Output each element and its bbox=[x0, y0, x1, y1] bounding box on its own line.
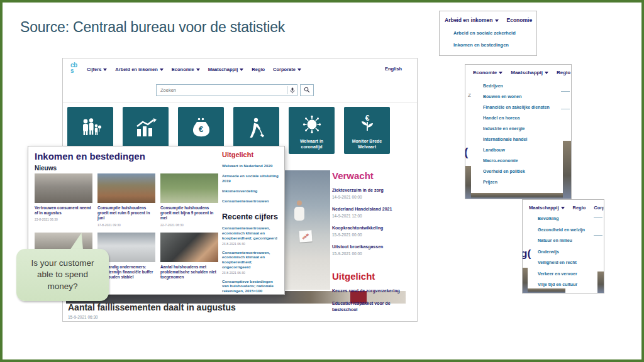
verwacht-link[interactable]: Ziekteverzuim in de zorg bbox=[332, 187, 411, 193]
shopping-bag: H&M bbox=[299, 230, 312, 242]
euro-plant-icon: € bbox=[357, 107, 378, 138]
background-fragment-text: Z bbox=[468, 92, 471, 98]
menu-trigger-regio[interactable]: Regio bbox=[573, 205, 586, 211]
uitgelicht-link[interactable]: Welvaart in Nederland 2020 bbox=[222, 163, 280, 168]
background-photo-fragment bbox=[471, 193, 563, 199]
tile-monitor-brede-welvaart[interactable]: € Monitor Brede Welvaart bbox=[344, 107, 390, 154]
slide: Source: Centraal bureau voor de statisti… bbox=[0, 0, 644, 362]
menu-item-inkomen-en-bestedingen[interactable]: Inkomen en bestedingen bbox=[453, 42, 509, 48]
nav-item-cijfers[interactable]: Cijfers bbox=[87, 67, 107, 72]
menu-item-bevolking[interactable]: Bevolking bbox=[538, 216, 558, 221]
cbs-logo[interactable]: cb s bbox=[70, 62, 77, 74]
chevron-down-icon bbox=[495, 19, 499, 22]
menu-trigger-corporate[interactable]: Corporate bbox=[594, 205, 604, 211]
news-headline: Aantal faillissementen daalt in augustus… bbox=[68, 302, 236, 319]
menu-item-vrije-tijd-en-cultuur[interactable]: Vrije tijd en cultuur bbox=[538, 282, 577, 287]
headline-title[interactable]: Aantal faillissementen daalt in augustus bbox=[68, 302, 236, 312]
background-photo-fragment bbox=[465, 166, 471, 199]
background-photo-fragment bbox=[597, 272, 604, 293]
news-card[interactable]: Vertrouwen consument neemt af in augustu… bbox=[35, 173, 92, 227]
microphone-icon[interactable] bbox=[287, 86, 297, 94]
menu-item-bedrijven[interactable]: Bedrijven bbox=[483, 84, 503, 88]
svg-text:€: € bbox=[365, 114, 369, 123]
main-nav: Cijfers Arbeid en inkomen Economie Maats… bbox=[87, 58, 301, 80]
family-icon bbox=[78, 107, 103, 145]
menu-item-verkeer-en-vervoer[interactable]: Verkeer en vervoer bbox=[538, 272, 577, 276]
news-photo bbox=[160, 233, 218, 262]
uitgelicht-link[interactable]: Consumentenvertrouwen bbox=[222, 199, 280, 204]
verwacht-link[interactable]: Nederland Handelsland 2021 bbox=[332, 206, 411, 212]
list-item: Nederland Handelsland 2021 14-9-2021 12:… bbox=[332, 206, 411, 218]
news-card[interactable]: Consumptie huishoudens groeit met bijna … bbox=[160, 173, 218, 227]
menu-trigger-regio[interactable]: Regio bbox=[557, 70, 570, 75]
menu-item-arbeid-en-sociale-zekerheid[interactable]: Arbeid en sociale zekerheid bbox=[453, 30, 516, 36]
search-button[interactable] bbox=[300, 84, 314, 96]
list-item: Koopkrachtontwikkeling 15-9-2021 00:00 bbox=[332, 225, 411, 237]
chevron-down-icon bbox=[297, 69, 301, 71]
hero-photo-fragment: H&M bbox=[284, 170, 330, 290]
recente-cijfers-heading: Recente cijfers bbox=[222, 212, 280, 221]
menu-item-onderwijs[interactable]: Onderwijs bbox=[538, 250, 559, 254]
menu-trigger-economie[interactable]: Economie bbox=[507, 17, 533, 23]
recente-item: Consumentenvertrouwen, economisch klimaa… bbox=[222, 226, 280, 245]
recente-item: Consumptieve bestedingen van huishoudens… bbox=[222, 279, 280, 295]
menu-trigger-economie[interactable]: Economie bbox=[473, 70, 502, 75]
background-fragment-glyph: g( bbox=[522, 248, 531, 260]
language-switch-english[interactable]: English bbox=[385, 66, 402, 72]
menu-item-macro-economie[interactable]: Macro-economie bbox=[483, 158, 518, 163]
menu-item-bouwen-en-wonen[interactable]: Bouwen en wonen bbox=[483, 94, 521, 99]
verwacht-heading: Verwacht bbox=[332, 170, 411, 181]
menu-item-financiele-en-zakelijke-diensten[interactable]: Financiële en zakelijke diensten bbox=[483, 105, 550, 109]
verwacht-link[interactable]: Koopkrachtontwikkeling bbox=[332, 225, 411, 231]
dropdown-header: Arbeid en inkomen Economie bbox=[445, 17, 532, 23]
news-photo bbox=[35, 173, 92, 203]
menu-trigger-maatschappij[interactable]: Maatschappij bbox=[529, 205, 565, 211]
virus-icon bbox=[299, 107, 325, 138]
dropdown-arbeid-en-inkomen: Arbeid en inkomen Economie Arbeid en soc… bbox=[439, 11, 537, 56]
chevron-down-icon bbox=[545, 72, 548, 74]
menu-item-prijzen[interactable]: Prijzen bbox=[483, 180, 497, 184]
chevron-down-icon bbox=[160, 69, 164, 71]
menu-item-veiligheid-en-recht[interactable]: Veiligheid en recht bbox=[538, 260, 577, 265]
nieuws-heading: Nieuws bbox=[35, 165, 57, 172]
menu-trigger-arbeid[interactable]: Arbeid en inkomen bbox=[445, 17, 499, 23]
menu-item-natuur-en-milieu[interactable]: Natuur en milieu bbox=[538, 238, 572, 243]
recente-item: Consumentenvertrouwen, economisch klimaa… bbox=[222, 250, 280, 275]
svg-text:€: € bbox=[198, 124, 203, 134]
menu-item-gezondheid-en-welzijn[interactable]: Gezondheid en welzijn bbox=[538, 228, 585, 232]
speech-bubble: Is your customer able to spend money? bbox=[16, 249, 109, 301]
background-photo-fragment bbox=[528, 288, 565, 293]
nav-item-economie[interactable]: Economie bbox=[172, 67, 200, 72]
chevron-down-icon bbox=[103, 69, 107, 71]
news-photo bbox=[97, 173, 155, 203]
menu-item-handel-en-horeca[interactable]: Handel en horeca bbox=[483, 116, 519, 120]
nav-item-maatschappij[interactable]: Maatschappij bbox=[208, 67, 244, 72]
uitgelicht-link[interactable]: Inkomensverdeling bbox=[222, 189, 280, 194]
pedestrian-figure bbox=[297, 200, 302, 206]
menu-item-landbouw[interactable]: Landbouw bbox=[483, 148, 505, 152]
tile-welvaart-coronatijd[interactable]: Welvaart in coronatijd bbox=[289, 107, 335, 154]
search-box bbox=[156, 84, 297, 96]
uitgelicht-link[interactable]: Keuzes rond de zorgverzekering bbox=[332, 288, 411, 293]
menu-item-internationale-handel[interactable]: Internationale handel bbox=[483, 137, 527, 141]
news-card[interactable]: Consumptie huishoudens groeit met ruim 6… bbox=[97, 173, 155, 227]
popup-title: Inkomen en bestedingen bbox=[35, 151, 145, 162]
search-input[interactable] bbox=[157, 87, 287, 93]
menu-item-overheid-en-politiek[interactable]: Overheid en politiek bbox=[483, 169, 525, 173]
news-card[interactable]: Aantal huishoudens met problematische sc… bbox=[160, 233, 218, 282]
chevron-down-icon bbox=[240, 69, 243, 71]
nav-item-regio[interactable]: Regio bbox=[252, 67, 265, 72]
verwacht-link[interactable]: Uitstoot broeikasgassen bbox=[332, 244, 411, 250]
uitgelicht-heading: Uitgelicht bbox=[332, 271, 411, 282]
dropdown-header: Economie Maatschappij Regio bbox=[473, 70, 570, 75]
uitgelicht-link[interactable]: Educatief lespakket voor de basisschool bbox=[332, 300, 411, 312]
menu-trigger-maatschappij[interactable]: Maatschappij bbox=[511, 70, 548, 75]
nav-item-corporate[interactable]: Corporate bbox=[273, 67, 301, 72]
headline-date: 15-9-2021 06:30 bbox=[68, 315, 236, 319]
nav-item-arbeid-en-inkomen[interactable]: Arbeid en inkomen bbox=[115, 67, 164, 72]
uitgelicht-link[interactable]: Armoede en sociale uitsluiting 2019 bbox=[222, 173, 280, 184]
chevron-down-icon bbox=[196, 69, 200, 71]
list-item: Ziekteverzuim in de zorg 14-9-2021 00:00 bbox=[332, 187, 411, 199]
background-photo-fragment bbox=[563, 141, 571, 199]
menu-item-industrie-en-energie[interactable]: Industrie en energie bbox=[483, 126, 525, 131]
